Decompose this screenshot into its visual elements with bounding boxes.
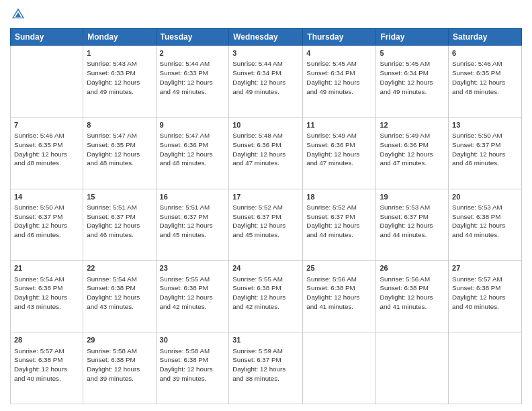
- weekday-header-row: SundayMondayTuesdayWednesdayThursdayFrid…: [11, 29, 522, 46]
- day-number: 26: [380, 263, 445, 273]
- calendar-cell: 20Sunrise: 5:53 AM Sunset: 6:38 PM Dayli…: [449, 189, 522, 261]
- week-row-2: 7Sunrise: 5:46 AM Sunset: 6:35 PM Daylig…: [11, 117, 522, 189]
- calendar-cell: 31Sunrise: 5:59 AM Sunset: 6:37 PM Dayli…: [229, 332, 303, 404]
- weekday-thursday: Thursday: [303, 29, 376, 46]
- day-number: 17: [232, 192, 299, 202]
- day-number: 29: [87, 335, 152, 345]
- weekday-saturday: Saturday: [449, 29, 522, 46]
- day-number: 16: [160, 192, 226, 202]
- calendar-cell: 2Sunrise: 5:44 AM Sunset: 6:33 PM Daylig…: [156, 46, 229, 118]
- day-info: Sunrise: 5:47 AM Sunset: 6:35 PM Dayligh…: [87, 131, 152, 168]
- day-info: Sunrise: 5:55 AM Sunset: 6:38 PM Dayligh…: [160, 275, 226, 312]
- day-info: Sunrise: 5:49 AM Sunset: 6:36 PM Dayligh…: [380, 131, 445, 168]
- day-number: 6: [452, 48, 518, 58]
- day-number: 2: [160, 48, 226, 58]
- calendar-cell: 25Sunrise: 5:56 AM Sunset: 6:38 PM Dayli…: [303, 261, 376, 332]
- day-info: Sunrise: 5:52 AM Sunset: 6:37 PM Dayligh…: [232, 203, 299, 240]
- day-number: 14: [14, 192, 79, 202]
- page: SundayMondayTuesdayWednesdayThursdayFrid…: [0, 0, 532, 411]
- day-number: 11: [306, 120, 372, 130]
- calendar-cell: 14Sunrise: 5:50 AM Sunset: 6:37 PM Dayli…: [11, 189, 83, 261]
- day-info: Sunrise: 5:53 AM Sunset: 6:37 PM Dayligh…: [380, 203, 445, 240]
- day-info: Sunrise: 5:58 AM Sunset: 6:38 PM Dayligh…: [87, 347, 152, 383]
- day-number: 30: [160, 335, 226, 345]
- logo-icon: [11, 7, 25, 20]
- header: [10, 7, 522, 23]
- calendar-cell: 7Sunrise: 5:46 AM Sunset: 6:35 PM Daylig…: [11, 117, 83, 189]
- day-number: 3: [232, 48, 299, 58]
- calendar-cell: 10Sunrise: 5:48 AM Sunset: 6:36 PM Dayli…: [229, 117, 303, 189]
- day-info: Sunrise: 5:59 AM Sunset: 6:37 PM Dayligh…: [232, 347, 299, 383]
- day-number: 8: [87, 120, 152, 130]
- day-number: 12: [380, 120, 445, 130]
- day-number: 19: [380, 192, 445, 202]
- week-row-1: 1Sunrise: 5:43 AM Sunset: 6:33 PM Daylig…: [11, 46, 522, 118]
- day-info: Sunrise: 5:50 AM Sunset: 6:37 PM Dayligh…: [14, 203, 79, 240]
- day-info: Sunrise: 5:45 AM Sunset: 6:34 PM Dayligh…: [380, 59, 445, 96]
- day-info: Sunrise: 5:46 AM Sunset: 6:35 PM Dayligh…: [452, 59, 518, 96]
- day-number: 27: [452, 263, 518, 273]
- day-number: 4: [306, 48, 372, 58]
- calendar-cell: 12Sunrise: 5:49 AM Sunset: 6:36 PM Dayli…: [376, 117, 449, 189]
- day-info: Sunrise: 5:52 AM Sunset: 6:37 PM Dayligh…: [306, 203, 372, 240]
- calendar-cell: 22Sunrise: 5:54 AM Sunset: 6:38 PM Dayli…: [83, 261, 156, 332]
- day-number: 7: [14, 120, 79, 130]
- calendar-table: SundayMondayTuesdayWednesdayThursdayFrid…: [10, 28, 522, 404]
- calendar-cell: 28Sunrise: 5:57 AM Sunset: 6:38 PM Dayli…: [11, 332, 83, 404]
- day-info: Sunrise: 5:46 AM Sunset: 6:35 PM Dayligh…: [14, 131, 79, 168]
- day-info: Sunrise: 5:58 AM Sunset: 6:38 PM Dayligh…: [160, 347, 226, 383]
- calendar-cell: 23Sunrise: 5:55 AM Sunset: 6:38 PM Dayli…: [156, 261, 229, 332]
- day-number: 10: [232, 120, 299, 130]
- calendar-cell: [376, 332, 449, 404]
- calendar-cell: 27Sunrise: 5:57 AM Sunset: 6:38 PM Dayli…: [449, 261, 522, 332]
- calendar-cell: 30Sunrise: 5:58 AM Sunset: 6:38 PM Dayli…: [156, 332, 229, 404]
- calendar-cell: 11Sunrise: 5:49 AM Sunset: 6:36 PM Dayli…: [303, 117, 376, 189]
- calendar-cell: 8Sunrise: 5:47 AM Sunset: 6:35 PM Daylig…: [83, 117, 156, 189]
- calendar-cell: 18Sunrise: 5:52 AM Sunset: 6:37 PM Dayli…: [303, 189, 376, 261]
- day-info: Sunrise: 5:51 AM Sunset: 6:37 PM Dayligh…: [87, 203, 152, 240]
- day-info: Sunrise: 5:45 AM Sunset: 6:34 PM Dayligh…: [306, 59, 372, 96]
- calendar-cell: 3Sunrise: 5:44 AM Sunset: 6:34 PM Daylig…: [229, 46, 303, 118]
- day-number: 23: [160, 263, 226, 273]
- calendar-cell: 29Sunrise: 5:58 AM Sunset: 6:38 PM Dayli…: [83, 332, 156, 404]
- calendar-cell: [303, 332, 376, 404]
- day-info: Sunrise: 5:57 AM Sunset: 6:38 PM Dayligh…: [452, 275, 518, 312]
- calendar-cell: 15Sunrise: 5:51 AM Sunset: 6:37 PM Dayli…: [83, 189, 156, 261]
- calendar-cell: 1Sunrise: 5:43 AM Sunset: 6:33 PM Daylig…: [83, 46, 156, 118]
- week-row-4: 21Sunrise: 5:54 AM Sunset: 6:38 PM Dayli…: [11, 261, 522, 332]
- calendar-cell: 19Sunrise: 5:53 AM Sunset: 6:37 PM Dayli…: [376, 189, 449, 261]
- day-info: Sunrise: 5:57 AM Sunset: 6:38 PM Dayligh…: [14, 347, 79, 383]
- calendar-cell: 4Sunrise: 5:45 AM Sunset: 6:34 PM Daylig…: [303, 46, 376, 118]
- day-info: Sunrise: 5:48 AM Sunset: 6:36 PM Dayligh…: [232, 131, 299, 168]
- day-info: Sunrise: 5:49 AM Sunset: 6:36 PM Dayligh…: [306, 131, 372, 168]
- day-number: 9: [160, 120, 226, 130]
- day-number: 25: [306, 263, 372, 273]
- calendar-cell: 24Sunrise: 5:55 AM Sunset: 6:38 PM Dayli…: [229, 261, 303, 332]
- day-number: 13: [452, 120, 518, 130]
- day-number: 31: [232, 335, 299, 345]
- calendar-cell: 17Sunrise: 5:52 AM Sunset: 6:37 PM Dayli…: [229, 189, 303, 261]
- calendar-cell: 26Sunrise: 5:56 AM Sunset: 6:38 PM Dayli…: [376, 261, 449, 332]
- day-info: Sunrise: 5:54 AM Sunset: 6:38 PM Dayligh…: [87, 275, 152, 312]
- calendar-cell: 9Sunrise: 5:47 AM Sunset: 6:36 PM Daylig…: [156, 117, 229, 189]
- weekday-sunday: Sunday: [11, 29, 83, 46]
- day-number: 21: [14, 263, 79, 273]
- day-info: Sunrise: 5:55 AM Sunset: 6:38 PM Dayligh…: [232, 275, 299, 312]
- week-row-5: 28Sunrise: 5:57 AM Sunset: 6:38 PM Dayli…: [11, 332, 522, 404]
- calendar-cell: 6Sunrise: 5:46 AM Sunset: 6:35 PM Daylig…: [449, 46, 522, 118]
- day-info: Sunrise: 5:56 AM Sunset: 6:38 PM Dayligh…: [380, 275, 445, 312]
- day-number: 1: [87, 48, 152, 58]
- day-info: Sunrise: 5:56 AM Sunset: 6:38 PM Dayligh…: [306, 275, 372, 312]
- calendar-cell: [11, 46, 83, 118]
- calendar-cell: 5Sunrise: 5:45 AM Sunset: 6:34 PM Daylig…: [376, 46, 449, 118]
- day-number: 28: [14, 335, 79, 345]
- day-number: 22: [87, 263, 152, 273]
- weekday-monday: Monday: [83, 29, 156, 46]
- day-number: 20: [452, 192, 518, 202]
- day-info: Sunrise: 5:43 AM Sunset: 6:33 PM Dayligh…: [87, 59, 152, 96]
- day-info: Sunrise: 5:54 AM Sunset: 6:38 PM Dayligh…: [14, 275, 79, 312]
- weekday-wednesday: Wednesday: [229, 29, 303, 46]
- calendar-cell: 13Sunrise: 5:50 AM Sunset: 6:37 PM Dayli…: [449, 117, 522, 189]
- calendar-cell: 16Sunrise: 5:51 AM Sunset: 6:37 PM Dayli…: [156, 189, 229, 261]
- calendar-cell: [449, 332, 522, 404]
